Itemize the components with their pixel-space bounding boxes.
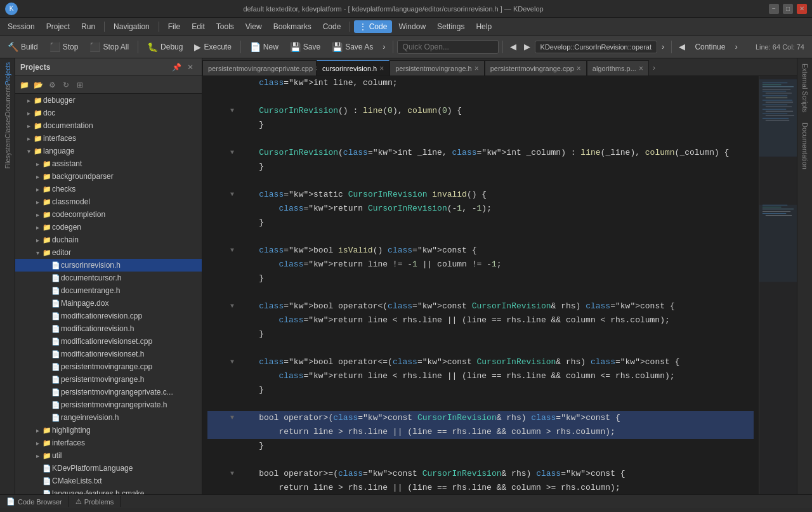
continue-more-arrow[interactable]: › bbox=[731, 40, 740, 53]
menu-item-window[interactable]: Window bbox=[393, 20, 431, 33]
tree-item[interactable]: 📄documentrange.h bbox=[15, 284, 202, 297]
folder-open-btn[interactable]: 📂 bbox=[32, 79, 44, 91]
fold-arrow-icon[interactable]: ▼ bbox=[230, 146, 239, 160]
breadcrumb-combo[interactable]: KDevelop::CursorInRevision::operat bbox=[535, 41, 657, 53]
tab-close-icon[interactable]: × bbox=[379, 64, 384, 73]
external-scripts-panel[interactable]: External Scripts bbox=[801, 58, 809, 117]
tree-item[interactable]: 📄persistentmovingrangeprivate.c... bbox=[15, 386, 202, 398]
tab-close-icon[interactable]: × bbox=[475, 64, 479, 73]
win-minimize[interactable]: − bbox=[769, 4, 779, 14]
tree-item[interactable]: ▸📁duchain bbox=[15, 233, 202, 246]
menu-item-bookmarks[interactable]: Bookmarks bbox=[268, 20, 317, 33]
menu-item-view[interactable]: View bbox=[240, 20, 267, 33]
save-as-button[interactable]: 💾 Save As bbox=[327, 40, 378, 54]
tree-item[interactable]: ▾📁editor bbox=[15, 246, 202, 259]
debug-button[interactable]: 🐛 Debug bbox=[142, 40, 188, 54]
problems-tab[interactable]: ⚠ Problems bbox=[69, 496, 121, 507]
tree-item[interactable]: 📄modificationrevisionset.cpp bbox=[15, 335, 202, 348]
side-filesystem-icon[interactable]: Filesystem bbox=[1, 141, 14, 166]
sync-icon[interactable]: ↻ bbox=[60, 79, 72, 91]
stop-all-button[interactable]: ⬛ Stop All bbox=[84, 40, 134, 54]
tabs-more-button[interactable]: › bbox=[649, 60, 659, 75]
tree-item[interactable]: 📄KDevPlatformLanguage bbox=[15, 462, 202, 475]
breadcrumb-more-arrow[interactable]: › bbox=[658, 40, 667, 53]
tree-item[interactable]: 📄modificationrevision.cpp bbox=[15, 310, 202, 322]
tree-item[interactable]: 📄rangeinrevision.h bbox=[15, 411, 202, 424]
settings-icon[interactable]: ⚙ bbox=[46, 79, 58, 91]
fold-arrow-icon[interactable]: ▼ bbox=[230, 244, 239, 258]
tree-item[interactable]: ▸📁assistant bbox=[15, 157, 202, 170]
tree-item[interactable]: 📄modificationrevisionset.h bbox=[15, 348, 202, 360]
execute-button[interactable]: ▶ Execute bbox=[189, 40, 236, 54]
menu-item-session[interactable]: Session bbox=[3, 20, 40, 33]
menu-item-project[interactable]: Project bbox=[41, 20, 75, 33]
tree-item[interactable]: ▸📁interfaces bbox=[15, 437, 202, 449]
continue-back-arrow[interactable]: ◀ bbox=[676, 40, 688, 53]
fold-arrow-icon[interactable]: ▼ bbox=[230, 188, 239, 202]
menu-item-run[interactable]: Run bbox=[76, 20, 100, 33]
editor-tab[interactable]: persistentmovingrange.cpp× bbox=[485, 60, 587, 75]
tree-item[interactable]: 📄documentcursor.h bbox=[15, 272, 202, 284]
tree-item[interactable]: 📄persistentmovingrange.h bbox=[15, 373, 202, 386]
code-editor[interactable]: class="kw">int line, column; ▼ CursorInR… bbox=[202, 76, 759, 494]
tree-item[interactable]: ▸📁classmodel bbox=[15, 195, 202, 208]
filter-icon[interactable]: ⊞ bbox=[74, 79, 86, 91]
nav-forward-arrow[interactable]: ▶ bbox=[521, 40, 534, 53]
menu-item-settings[interactable]: Settings bbox=[432, 20, 469, 33]
close-panel-icon[interactable]: ✕ bbox=[184, 61, 197, 74]
tree-item[interactable]: ▾📁language bbox=[15, 145, 202, 157]
tab-close-icon[interactable]: × bbox=[639, 64, 643, 73]
win-maximize[interactable]: □ bbox=[783, 4, 793, 14]
save-button[interactable]: 💾 Save bbox=[285, 40, 325, 54]
menu-item-tools[interactable]: Tools bbox=[211, 20, 239, 33]
fold-arrow-icon[interactable]: ▼ bbox=[230, 104, 239, 118]
tree-item[interactable]: 📄CMakeLists.txt bbox=[15, 475, 202, 487]
tree-item[interactable]: ▸📁doc bbox=[15, 107, 202, 119]
win-close[interactable]: ✕ bbox=[797, 4, 807, 14]
tree-item[interactable]: 📄cursorinrevision.h bbox=[15, 259, 202, 272]
tree-item[interactable]: 📄persistentmovingrangeprivate.h bbox=[15, 398, 202, 411]
code-browser-tab[interactable]: 📄 Code Browser bbox=[0, 496, 69, 507]
tree-item[interactable]: 📄modificationrevision.h bbox=[15, 322, 202, 335]
quick-open-input[interactable] bbox=[397, 40, 499, 54]
new-button[interactable]: 📄 New bbox=[245, 40, 284, 54]
menu-item-edit[interactable]: Edit bbox=[187, 20, 210, 33]
tree-item[interactable]: 📄persistentmovingrange.cpp bbox=[15, 360, 202, 373]
editor-tab[interactable]: persistentmovingrangeprivate.cpp× bbox=[202, 60, 317, 75]
side-documents-icon[interactable]: Documents bbox=[1, 88, 14, 113]
editor-tab[interactable]: persistentmovingrange.h× bbox=[390, 60, 484, 75]
tree-item[interactable]: ▸📁checks bbox=[15, 183, 202, 195]
toolbar-more-arrow[interactable]: › bbox=[379, 40, 388, 53]
tree-item[interactable]: ▸📁codecompletion bbox=[15, 208, 202, 221]
tab-close-icon[interactable]: × bbox=[577, 64, 581, 73]
fold-arrow-icon[interactable]: ▼ bbox=[230, 299, 239, 313]
tree-item[interactable]: ▸📁interfaces bbox=[15, 132, 202, 145]
documentation-panel[interactable]: Documentation bbox=[801, 117, 809, 174]
stop-button[interactable]: ⬛ Stop bbox=[44, 40, 84, 54]
continue-button[interactable]: Continue bbox=[690, 41, 730, 53]
pin-icon[interactable]: 📌 bbox=[170, 61, 183, 74]
tree-item[interactable]: ▸📁util bbox=[15, 449, 202, 462]
menu-item-navigation[interactable]: Navigation bbox=[108, 20, 155, 33]
editor-tab[interactable]: cursorinrevision.h× bbox=[317, 60, 390, 75]
kdevelop-code-button[interactable]: ⋮ Code bbox=[354, 20, 392, 33]
tree-item[interactable]: ▸📁backgroundparser bbox=[15, 170, 202, 183]
fold-arrow-icon[interactable]: ▼ bbox=[230, 355, 239, 369]
tree-item[interactable]: ▸📁documentation bbox=[15, 119, 202, 132]
menu-item-file[interactable]: File bbox=[163, 20, 185, 33]
fold-arrow-icon[interactable]: ▼ bbox=[230, 467, 239, 481]
tree-item[interactable]: 📄Mainpage.dox bbox=[15, 297, 202, 310]
fold-arrow-icon[interactable]: ▼ bbox=[230, 411, 239, 425]
side-projects-icon[interactable]: Projects bbox=[1, 61, 14, 86]
menu-item-code[interactable]: Code bbox=[318, 20, 346, 33]
side-classes-icon[interactable]: Classes bbox=[1, 114, 14, 140]
tree-item[interactable]: ▸📁highlighting bbox=[15, 424, 202, 437]
menu-item-help[interactable]: Help bbox=[471, 20, 497, 33]
nav-back-arrow[interactable]: ◀ bbox=[507, 40, 520, 53]
tree-item[interactable]: ▸📁debugger bbox=[15, 94, 202, 107]
tree-item[interactable]: 📄language-features.h.cmake bbox=[15, 487, 202, 494]
folder-icon-btn[interactable]: 📁 bbox=[18, 79, 30, 91]
tree-item[interactable]: ▸📁codegen bbox=[15, 221, 202, 233]
editor-tab[interactable]: algorithms.p...× bbox=[587, 60, 649, 75]
build-button[interactable]: 🔨 Build bbox=[3, 40, 43, 54]
